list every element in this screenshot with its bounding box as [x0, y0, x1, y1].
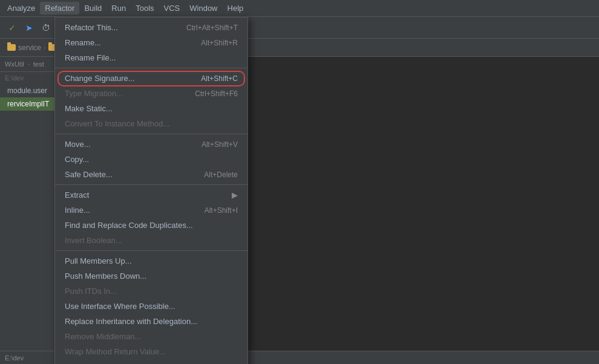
menu-item-extract[interactable]: Extract ▶: [55, 187, 247, 203]
menu-item-rename-file[interactable]: Rename File...: [55, 50, 247, 65]
extract-arrow-icon: ▶: [232, 190, 238, 200]
menu-item-push-itds: Push ITDs In...: [55, 284, 247, 299]
shortcut-change-signature: Alt+Shift+C: [201, 74, 238, 83]
menu-label-extract: Extract: [65, 190, 89, 200]
menu-label-copy: Copy...: [65, 155, 89, 164]
menu-item-wrap-method: Wrap Method Return Value...: [55, 344, 247, 359]
shortcut-type-migration: Ctrl+Shift+F6: [195, 89, 238, 98]
menu-label-make-static: Make Static...: [65, 104, 113, 113]
menubar-item-vcs[interactable]: VCS: [159, 2, 185, 15]
menu-item-convert-instance: Convert To Instance Method...: [55, 116, 247, 131]
menu-label-pull-members-up: Pull Members Up...: [65, 256, 132, 265]
menubar-item-build[interactable]: Build: [79, 2, 106, 15]
menu-item-safe-delete[interactable]: Safe Delete... Alt+Delete: [55, 167, 247, 182]
menu-label-replace-inheritance: Replace Inheritance with Delegation...: [65, 317, 197, 326]
menubar-item-window[interactable]: Window: [185, 2, 222, 15]
menu-separator-4: [55, 250, 247, 251]
shortcut-move: Alt+Shift+V: [201, 140, 238, 149]
menu-item-make-static[interactable]: Make Static...: [55, 101, 247, 116]
menu-label-rename: Rename...: [65, 38, 101, 47]
menu-label-move: Move...: [65, 140, 91, 149]
breadcrumb-service[interactable]: service: [18, 44, 41, 52]
menubar-item-run[interactable]: Run: [106, 2, 131, 15]
menu-label-convert-instance: Convert To Instance Method...: [65, 119, 169, 128]
menubar-item-analyze[interactable]: Analyze: [2, 2, 40, 15]
menu-label-change-signature: Change Signature...: [65, 74, 135, 83]
shortcut-refactor-this: Ctrl+Alt+Shift+T: [186, 24, 238, 32]
menu-item-type-migration: Type Migration... Ctrl+Shift+F6: [55, 86, 247, 101]
menu-separator-3: [55, 184, 247, 185]
menu-label-invert-boolean: Invert Boolean...: [65, 236, 122, 245]
arrow-right-icon[interactable]: ➤: [22, 21, 36, 35]
refactor-menu: Refactor This... Ctrl+Alt+Shift+T Rename…: [54, 17, 248, 364]
menu-item-remove-middleman: Remove Middleman...: [55, 329, 247, 344]
menu-item-use-interface[interactable]: Use Interface Where Possible...: [55, 299, 247, 314]
menu-label-rename-file: Rename File...: [65, 53, 116, 62]
check-icon[interactable]: ✓: [5, 21, 19, 35]
menu-item-change-signature[interactable]: Change Signature... Alt+Shift+C: [55, 71, 247, 86]
menu-item-refactor-this[interactable]: Refactor This... Ctrl+Alt+Shift+T: [55, 20, 247, 35]
menubar-item-help[interactable]: Help: [223, 2, 249, 15]
test-label: test: [33, 60, 44, 68]
menu-item-invert-boolean: Invert Boolean...: [55, 233, 247, 248]
menu-label-refactor-this: Refactor This...: [65, 23, 118, 32]
menu-separator-2: [55, 134, 247, 134]
menu-label-push-members-down: Push Members Down...: [65, 271, 146, 281]
menubar-item-refactor[interactable]: Refactor: [40, 2, 79, 15]
project-label: WxUtil: [5, 60, 24, 68]
menu-item-move[interactable]: Move... Alt+Shift+V: [55, 137, 247, 152]
menu-item-inline[interactable]: Inline... Alt+Shift+I: [55, 203, 247, 218]
status-path: E:\dev: [5, 354, 24, 362]
menu-item-copy[interactable]: Copy...: [55, 152, 247, 167]
menubar: Analyze Refactor Build Run Tools VCS Win…: [0, 0, 599, 17]
shortcut-safe-delete: Alt+Delete: [204, 171, 238, 179]
shortcut-inline: Alt+Shift+I: [205, 206, 238, 215]
menu-item-replace-inheritance[interactable]: Replace Inheritance with Delegation...: [55, 314, 247, 329]
menu-label-remove-middleman: Remove Middleman...: [65, 332, 141, 341]
menu-item-push-members-down[interactable]: Push Members Down...: [55, 268, 247, 284]
menu-label-wrap-method: Wrap Method Return Value...: [65, 347, 166, 356]
menu-separator-1: [55, 68, 247, 68]
menu-label-push-itds: Push ITDs In...: [65, 287, 117, 296]
refactor-dropdown: Refactor This... Ctrl+Alt+Shift+T Rename…: [54, 17, 248, 364]
breadcrumb-sep-1: ›: [44, 44, 46, 52]
menu-label-safe-delete: Safe Delete...: [65, 170, 113, 179]
menu-label-inline: Inline...: [65, 206, 90, 215]
menu-label-use-interface: Use Interface Where Possible...: [65, 302, 175, 311]
clock-icon[interactable]: ⏱: [39, 21, 53, 35]
service-folder-icon: [7, 44, 16, 51]
menu-item-pull-members-up[interactable]: Pull Members Up...: [55, 253, 247, 268]
shortcut-rename: Alt+Shift+R: [201, 39, 238, 47]
menu-label-type-migration: Type Migration...: [65, 89, 123, 98]
menubar-item-tools[interactable]: Tools: [131, 2, 159, 15]
menu-label-find-replace: Find and Replace Code Duplicates...: [65, 221, 193, 230]
menu-item-find-replace[interactable]: Find and Replace Code Duplicates...: [55, 218, 247, 233]
menu-item-convert-anon: Convert Anonymous to Inner...: [55, 359, 247, 364]
menu-item-rename[interactable]: Rename... Alt+Shift+R: [55, 35, 247, 50]
